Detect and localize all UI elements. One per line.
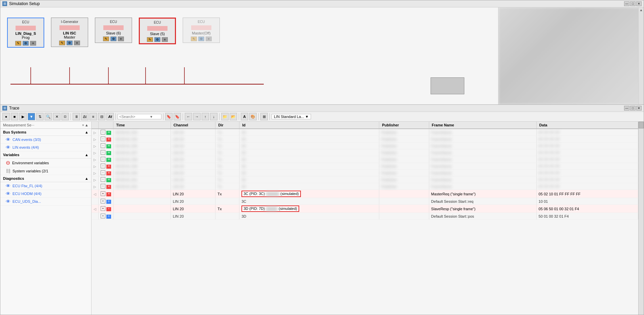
ecu4-icon-edit[interactable]: ✎ (147, 37, 153, 42)
trace-search-input[interactable] (119, 115, 150, 119)
table-row[interactable]: ▷ + ✉ 00:00:01.238 LIN 20 Tx 3C Publishe… (92, 156, 638, 163)
table-row-3c-sub[interactable]: + 0 LIN 20 3C Default Session Start::req… (92, 198, 638, 205)
tb-at-btn[interactable]: At (106, 113, 114, 120)
tb-bookmark-btn[interactable]: 🔖 (165, 113, 173, 120)
ecu4-icon-extra[interactable]: ≡ (162, 37, 168, 42)
expand-icon[interactable]: + (101, 137, 105, 141)
col-id[interactable]: Id (239, 122, 379, 129)
row-expand[interactable]: + ✉ (99, 129, 113, 136)
col-frame-name[interactable]: Frame Name (429, 122, 536, 129)
row-expand[interactable]: + ✕ (99, 163, 113, 170)
tb-export-btn[interactable]: 🔖 (174, 113, 181, 120)
variables-collapse-icon[interactable]: ▲ (85, 153, 88, 157)
row-expand[interactable]: + ✉ (99, 156, 113, 163)
row-expand[interactable]: + 0 (99, 213, 113, 220)
sidebar-item-env-vars[interactable]: ⊖ Environment variables (0, 159, 91, 167)
sim-minimize-btn[interactable]: — (624, 1, 629, 6)
table-row[interactable]: ▷ + ✉ 00:00:01.234 LIN 20 Tx 3C Publishe… (92, 129, 638, 136)
expand-icon[interactable]: + (101, 206, 105, 211)
expand-icon[interactable]: + (101, 150, 105, 155)
sidebar-item-ecu-ftw[interactable]: 👁 ECU Ftw_FL (4/4) (0, 182, 91, 190)
table-row[interactable]: ▷ + ✕ 00:00:01.235 LIN 20 Tx 3C Publishe… (92, 136, 638, 143)
trace-scrollbar[interactable] (638, 122, 644, 315)
row-expand[interactable]: + ✕ (99, 170, 113, 176)
row-expand[interactable]: + + (99, 205, 113, 213)
ecu5-icon-extra[interactable]: ≡ (206, 37, 212, 41)
ecu5-icon-config[interactable]: ⚙ (198, 37, 204, 41)
tb-folder2-btn[interactable]: 📂 (230, 113, 237, 120)
tb-delta-btn[interactable]: Δt (81, 113, 88, 120)
tb-down-btn[interactable]: ↓ (210, 113, 217, 120)
ecu2-icon-config[interactable]: ⚙ (67, 41, 73, 45)
sidebar-item-ecu-uds[interactable]: 👁 ECU_UDS_Dia... (0, 198, 91, 205)
expand-icon[interactable]: + (101, 191, 105, 196)
tb-layout-btn[interactable]: ⊟ (98, 113, 105, 120)
lin-events-link[interactable]: LIN events (4/4) (12, 145, 39, 149)
search-dropdown-btn[interactable]: ▼ (150, 115, 153, 119)
ecu1-icon-config[interactable]: ⚙ (23, 41, 29, 46)
row-expand[interactable]: + ✉ (99, 149, 113, 156)
tb-grid-btn[interactable]: ⊞ (260, 113, 268, 120)
table-row[interactable]: ▷ + ✕ 00:00:01.240 LIN 20 Tx 3C Publishe… (92, 170, 638, 176)
tb-copy-btn[interactable]: ⊡ (61, 113, 69, 120)
tb-up-btn[interactable]: ↑ (202, 113, 209, 120)
row-expand[interactable]: + ✉ (99, 176, 113, 183)
scrollbar-thumb[interactable] (639, 122, 644, 128)
expand-icon[interactable]: + (101, 143, 105, 148)
tb-stop-btn[interactable]: ■ (11, 113, 18, 120)
ecu-block-slave5[interactable]: ECU Slave (5) ✎ ⚙ ≡ (139, 18, 176, 44)
row-expand[interactable]: + ✕ (99, 190, 113, 198)
col-channel[interactable]: Channel (171, 122, 215, 129)
ecu4-icon-config[interactable]: ⚙ (154, 37, 160, 42)
row-expand[interactable]: + ✉ (99, 143, 113, 149)
table-row-3d-sub[interactable]: + 0 LIN 20 3D Default Session Start::pos… (92, 213, 638, 220)
trace-close-btn[interactable]: ✕ (636, 106, 642, 111)
tb-pause-btn[interactable]: ⏸ (73, 113, 80, 120)
ecu-block-master-off[interactable]: ECU Master(Off) ✎ ⚙ ≡ (183, 18, 220, 43)
ecu-uds-link[interactable]: ECU_UDS_Dia... (12, 199, 41, 203)
sidebar-item-ecu-hodm[interactable]: 👁 ECU HODM (4/4) (0, 190, 91, 198)
ecu3-icon-edit[interactable]: ✎ (103, 37, 109, 41)
row-expand[interactable]: + 0 (99, 198, 113, 205)
expand-icon[interactable]: + (101, 170, 105, 175)
tb-filter-btn[interactable]: ▼ (28, 113, 35, 120)
expand-icon[interactable]: + (101, 130, 105, 135)
bus-systems-collapse-icon[interactable]: ▲ (85, 130, 88, 134)
expand-icon[interactable]: + (101, 177, 105, 182)
sidebar-item-sys-vars[interactable]: ⛓ System variables (2/1 (0, 167, 91, 175)
ecu2-icon-edit[interactable]: ✎ (59, 41, 65, 45)
can-events-link[interactable]: CAN events (3/3) (12, 138, 41, 142)
tb-clear-btn[interactable]: ✕ (53, 113, 60, 120)
ecu-block-slave6[interactable]: ECU Slave (6) ✎ ⚙ ≡ (95, 18, 132, 43)
trace-minimize-btn[interactable]: — (624, 106, 629, 111)
ecu-block-igenerator[interactable]: I-Generator LIN ISC Master ✎ ⚙ ≡ (51, 18, 88, 47)
tb-play-btn[interactable]: ▶ (19, 113, 27, 120)
sidebar-pin-icon[interactable]: × (82, 123, 84, 127)
table-row[interactable]: ▷ + ✕ 00:00:01.242 LIN 20 Tx 3C Publishe… (92, 183, 638, 190)
row-expand[interactable]: + ✕ (99, 183, 113, 190)
table-row[interactable]: ▷ + ✕ 00:00:01.239 LIN 20 Tx 3C Publishe… (92, 163, 638, 170)
ecu1-icon-edit[interactable]: ✎ (15, 41, 21, 46)
sidebar-item-can-events[interactable]: 👁 CAN events (3/3) (0, 136, 91, 144)
table-row-slaveresp[interactable]: ◁ + + LIN 20 Tx 3D (PID: 7D) (simulated) (92, 205, 638, 213)
tb-arrow-left-btn[interactable]: ← (185, 113, 192, 120)
sim-close-btn[interactable]: ✕ (636, 1, 642, 6)
sim-restore-btn[interactable]: □ (630, 1, 636, 6)
tb-table-btn[interactable]: ≡ (89, 113, 97, 120)
table-row[interactable]: ▷ + ✉ 00:00:01.237 LIN 20 Tx 3C Publishe… (92, 149, 638, 156)
col-time[interactable]: Time (113, 122, 171, 129)
expand-icon[interactable]: + (101, 199, 105, 203)
ecu-hodm-link[interactable]: ECU HODM (4/4) (12, 192, 42, 196)
tb-arrow-right-btn[interactable]: → (193, 113, 201, 120)
ecu-ftw-link[interactable]: ECU Ftw_FL (4/4) (12, 184, 42, 188)
ecu3-icon-config[interactable]: ⚙ (110, 37, 117, 41)
col-dir[interactable]: Dir (215, 122, 239, 129)
table-row[interactable]: ▷ + ✉ 00:00:01.241 LIN 20 Tx 3C Publishe… (92, 176, 638, 183)
ecu3-icon-extra[interactable]: ≡ (118, 37, 124, 41)
col-data[interactable]: Data (536, 122, 638, 129)
expand-icon[interactable]: + (101, 164, 105, 168)
tb-search-btn[interactable]: 🔍 (45, 113, 52, 120)
table-row-masterreq[interactable]: ◁ + ✕ LIN 20 Tx 3C (PID: 3C) (simulated) (92, 190, 638, 198)
tb-font-btn[interactable]: A (241, 113, 248, 120)
diagnostics-collapse-icon[interactable]: ▲ (85, 176, 88, 180)
